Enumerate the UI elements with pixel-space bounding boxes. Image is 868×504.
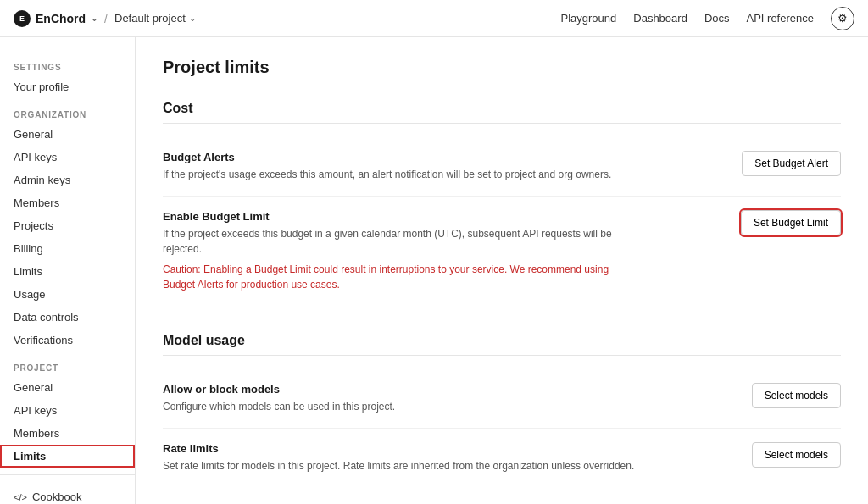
budget-alerts-row: Budget Alerts If the project's usage exc… (163, 137, 841, 197)
set-budget-alert-button[interactable]: Set Budget Alert (742, 151, 841, 176)
rate-limits-row: Rate limits Set rate limits for models i… (163, 429, 841, 487)
sidebar-divider (0, 474, 135, 475)
settings-gear-button[interactable]: ⚙ (831, 7, 854, 30)
rate-limits-desc: Set rate limits for models in this proje… (163, 458, 637, 474)
sidebar-item-project-members[interactable]: Members (0, 422, 135, 445)
brand-chevron-icon: ⌄ (91, 14, 97, 23)
budget-limit-name: Enable Budget Limit (163, 210, 637, 223)
budget-limit-desc: If the project exceeds this budget in a … (163, 226, 637, 257)
organization-section-title: ORGANIZATION (0, 103, 135, 123)
cookbook-icon: </> (14, 492, 27, 502)
allow-block-models-info: Allow or block models Configure which mo… (163, 383, 637, 414)
project-section-title: PROJECT (0, 357, 135, 376)
brand-icon-letter: E (19, 14, 25, 23)
budget-limit-caution: Caution: Enabling a Budget Limit could r… (163, 262, 637, 292)
allow-block-models-row: Allow or block models Configure which mo… (163, 369, 841, 429)
sidebar-item-org-verifications[interactable]: Verifications (0, 329, 135, 352)
sidebar-item-org-api-keys[interactable]: API keys (0, 146, 135, 169)
nav-dashboard[interactable]: Dashboard (633, 12, 687, 25)
sidebar-item-org-projects[interactable]: Projects (0, 214, 135, 237)
rate-limits-info: Rate limits Set rate limits for models i… (163, 442, 637, 474)
nav-right: Playground Dashboard Docs API reference … (560, 7, 854, 30)
budget-alerts-desc: If the project's usage exceeds this amou… (163, 167, 637, 182)
nav-docs[interactable]: Docs (704, 12, 730, 25)
sidebar-item-org-billing[interactable]: Billing (0, 237, 135, 260)
select-models-button-2[interactable]: Select models (752, 442, 841, 468)
sidebar-item-label: Your profile (14, 80, 69, 93)
budget-limit-row: Enable Budget Limit If the project excee… (163, 197, 841, 306)
sidebar-item-cookbook[interactable]: </> Cookbook (0, 485, 135, 504)
sidebar-item-org-general[interactable]: General (0, 123, 135, 146)
sidebar-item-project-limits[interactable]: Limits (0, 445, 135, 468)
sidebar-item-org-usage[interactable]: Usage (0, 283, 135, 306)
sidebar-item-org-admin-keys[interactable]: Admin keys (0, 169, 135, 191)
model-usage-section: Model usage Allow or block models Config… (163, 333, 841, 487)
budget-limit-info: Enable Budget Limit If the project excee… (163, 210, 637, 292)
settings-section-title: SETTINGS (0, 56, 135, 75)
allow-block-models-name: Allow or block models (163, 383, 637, 396)
project-name-label: Default project (114, 12, 186, 25)
body: SETTINGS Your profile ORGANIZATION Gener… (0, 37, 868, 504)
breadcrumb-separator: / (104, 12, 108, 25)
sidebar-item-project-general[interactable]: General (0, 376, 135, 399)
brand-icon: E (14, 10, 31, 27)
project-breadcrumb[interactable]: Default project ⌄ (114, 12, 196, 25)
gear-icon: ⚙ (837, 12, 848, 25)
sidebar-footer: </> Cookbook 🔧 Forum ? Help (0, 482, 135, 504)
nav-api-reference[interactable]: API reference (747, 12, 815, 25)
page-title: Project limits (163, 58, 841, 77)
budget-alerts-info: Budget Alerts If the project's usage exc… (163, 151, 637, 182)
brand-name: EnChord (36, 12, 86, 25)
main-content: Project limits Cost Budget Alerts If the… (136, 37, 868, 504)
nav-playground[interactable]: Playground (560, 12, 616, 25)
top-nav: E EnChord ⌄ / Default project ⌄ Playgrou… (0, 0, 868, 37)
sidebar-item-label: Cookbook (32, 490, 82, 503)
rate-limits-name: Rate limits (163, 442, 637, 455)
cost-section: Cost Budget Alerts If the project's usag… (163, 101, 841, 306)
select-models-button-1[interactable]: Select models (752, 383, 841, 408)
budget-alerts-name: Budget Alerts (163, 151, 637, 163)
nav-left: E EnChord ⌄ / Default project ⌄ (14, 10, 196, 27)
sidebar-item-your-profile[interactable]: Your profile (0, 75, 135, 98)
project-chevron-icon: ⌄ (189, 14, 196, 23)
cost-section-title: Cost (163, 101, 841, 124)
sidebar-item-org-data-controls[interactable]: Data controls (0, 306, 135, 329)
allow-block-models-desc: Configure which models can be used in th… (163, 399, 637, 414)
sidebar-item-org-members[interactable]: Members (0, 191, 135, 214)
sidebar: SETTINGS Your profile ORGANIZATION Gener… (0, 37, 136, 504)
model-usage-section-title: Model usage (163, 333, 841, 356)
sidebar-item-org-limits[interactable]: Limits (0, 260, 135, 283)
sidebar-item-project-api-keys[interactable]: API keys (0, 399, 135, 422)
set-budget-limit-button[interactable]: Set Budget Limit (741, 210, 841, 235)
brand[interactable]: E EnChord ⌄ (14, 10, 97, 27)
